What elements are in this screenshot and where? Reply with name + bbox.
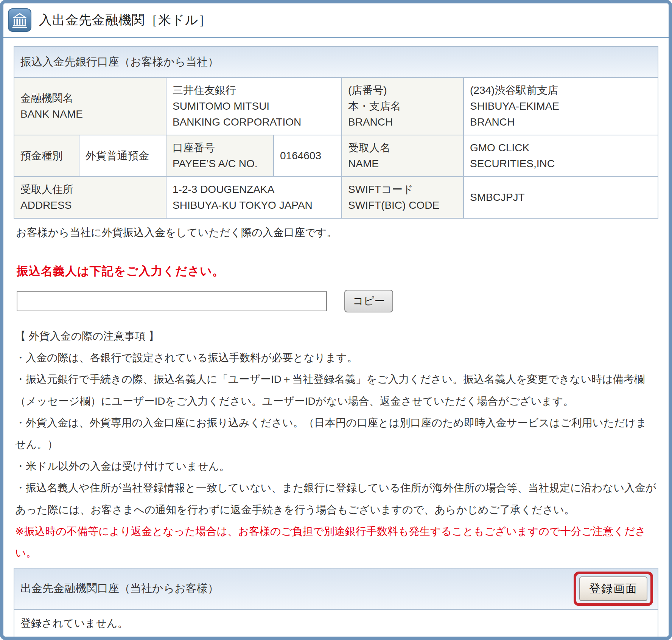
cell-line: NAME	[348, 156, 457, 172]
cell-line: 本・支店名	[348, 98, 457, 114]
page-content: 振込入金先銀行口座（お客様から当社） 金融機関名 BANK NAME 三井住友銀…	[3, 38, 669, 640]
cell-line: BRANCH	[348, 114, 457, 130]
swift-code-value: SMBCJPJT	[464, 177, 658, 218]
payee-name-label: 受取人名 NAME	[342, 135, 464, 177]
cell-line: 受取人名	[348, 140, 457, 156]
cell-line: SECURITIES,INC	[470, 156, 652, 172]
cell-line: SWIFTコード	[348, 182, 457, 197]
deposit-account-table: 振込入金先銀行口座（お客様から当社） 金融機関名 BANK NAME 三井住友銀…	[14, 46, 658, 219]
payer-name-instruction: 振込名義人は下記をご入力ください。	[17, 263, 655, 279]
deposit-table-caption: 振込入金先銀行口座（お客様から当社）	[14, 47, 658, 78]
payee-name-value: GMO CLICK SECURITIES,INC	[464, 135, 658, 177]
withdrawal-section-caption: 出金先金融機関口座（当社からお客様）	[20, 581, 219, 596]
cell-line: 受取人住所	[20, 182, 160, 197]
deposit-type-label: 預金種別	[14, 135, 79, 177]
notice-item: ・振込元銀行で手続きの際、振込名義人に「ユーザーID＋当社登録名義」をご入力くだ…	[15, 368, 657, 412]
cell-line: 金融機関名	[20, 90, 160, 106]
payer-name-input-row: コピー	[17, 290, 655, 312]
notice-item: ・外貨入金は、外貨専用の入金口座にお振り込みください。（日本円の口座とは別口座の…	[15, 412, 657, 455]
cell-line: SHIBUYA-KU TOKYO JAPAN	[173, 197, 335, 213]
bank-icon	[8, 8, 31, 32]
register-screen-button[interactable]: 登録画面	[579, 576, 647, 601]
bank-name-label: 金融機関名 BANK NAME	[14, 78, 166, 135]
deposit-notices: 【 外貨入金の際の注意事項 】 ・入金の際は、各銀行で設定されている振込手数料が…	[15, 325, 657, 564]
account-no-value: 0164603	[274, 135, 342, 177]
notice-item: ・米ドル以外の入金は受け付けていません。	[15, 455, 657, 477]
withdrawal-section-header: 出金先金融機関口座（当社からお客様） 登録画面	[14, 569, 658, 609]
swift-code-label: SWIFTコード SWIFT(BIC) CODE	[342, 177, 464, 218]
cell-line: 三井住友銀行	[173, 82, 335, 98]
deposit-type-value: 外貨普通預金	[79, 135, 166, 177]
bank-name-value: 三井住友銀行 SUMITOMO MITSUI BANKING CORPORATI…	[166, 78, 342, 135]
cell-line: 1-2-3 DOUGENZAKA	[173, 182, 335, 197]
payee-address-value: 1-2-3 DOUGENZAKA SHIBUYA-KU TOKYO JAPAN	[166, 177, 342, 218]
payee-address-label: 受取人住所 ADDRESS	[14, 177, 166, 218]
branch-label: (店番号) 本・支店名 BRANCH	[342, 78, 464, 135]
cell-line: SWIFT(BIC) CODE	[348, 197, 457, 213]
notice-item: ・振込名義人や住所が当社登録情報と一致していない、また銀行に登録している住所が海…	[15, 477, 657, 520]
withdrawal-account-section: 出金先金融機関口座（当社からお客様） 登録画面 登録されていません。	[14, 568, 658, 638]
branch-value: (234)渋谷駅前支店 SHIBUYA-EKIMAE BRANCH	[464, 78, 658, 135]
account-no-label: 口座番号 PAYEE’S A/C NO.	[166, 135, 274, 177]
page-title: 入出金先金融機関［米ドル］	[39, 11, 212, 29]
cell-line: BANK NAME	[20, 106, 160, 122]
cell-line: 口座番号	[173, 140, 267, 156]
deposit-table-note: お客様から当社に外貨振込入金をしていただく際の入金口座です。	[16, 225, 656, 240]
register-button-highlight: 登録画面	[574, 572, 653, 606]
cell-line: PAYEE’S A/C NO.	[173, 156, 267, 172]
cell-line: SUMITOMO MITSUI	[173, 98, 335, 114]
cell-line: (234)渋谷駅前支店	[470, 82, 652, 98]
cell-line: GMO CLICK	[470, 140, 652, 156]
page-header: 入出金先金融機関［米ドル］	[3, 3, 669, 38]
copy-button[interactable]: コピー	[344, 290, 393, 312]
cell-line: BANKING CORPORATION	[173, 114, 335, 130]
cell-line: ADDRESS	[20, 197, 160, 213]
payer-name-input[interactable]	[17, 291, 327, 311]
cell-line: SHIBUYA-EKIMAE	[470, 98, 652, 114]
notice-item: ・入金の際は、各銀行で設定されている振込手数料が必要となります。	[15, 347, 657, 368]
page-frame: 入出金先金融機関［米ドル］ 振込入金先銀行口座（お客様から当社） 金融機関名 B…	[0, 0, 672, 640]
cell-line: BRANCH	[470, 114, 652, 130]
cell-line: (店番号)	[348, 82, 457, 98]
withdrawal-status: 登録されていません。	[14, 609, 658, 637]
notices-title: 【 外貨入金の際の注意事項 】	[15, 325, 657, 347]
notice-warning: ※振込時の不備等により返金となった場合は、お客様のご負担で別途銀行手数料も発生す…	[15, 520, 657, 564]
